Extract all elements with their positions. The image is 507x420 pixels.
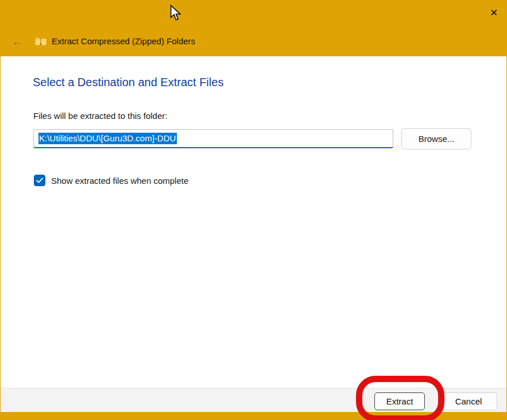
button-strip (1, 388, 506, 412)
checkmark-icon (36, 178, 43, 183)
dialog-header: ← Extract Compressed (Zipped) Folders (0, 26, 507, 56)
show-files-checkbox-label[interactable]: Show extracted files when complete (51, 176, 188, 186)
extract-button[interactable]: Extract (374, 392, 425, 410)
dialog-content: Select a Destination and Extract Files F… (1, 56, 506, 388)
dialog-title: Extract Compressed (Zipped) Folders (52, 36, 195, 46)
back-icon[interactable]: ← (8, 32, 26, 51)
extract-dialog-window: ✕ ← Extract Compressed (Zipped) Folders … (0, 0, 507, 420)
zip-folder-icon (34, 36, 47, 46)
browse-button[interactable]: Browse... (401, 128, 471, 149)
destination-path-value: K:\Utilities\DDU\[Guru3D.com]-DDU (38, 133, 177, 144)
page-title: Select a Destination and Extract Files (33, 76, 223, 89)
cancel-button[interactable]: Cancel (440, 392, 497, 410)
close-icon[interactable]: ✕ (481, 0, 507, 26)
show-files-checkbox[interactable] (34, 175, 45, 186)
destination-label: Files will be extracted to this folder: (33, 111, 167, 121)
destination-path-input[interactable]: K:\Utilities\DDU\[Guru3D.com]-DDU (33, 129, 393, 148)
titlebar: ✕ (0, 0, 507, 26)
show-files-option: Show extracted files when complete (34, 175, 188, 186)
